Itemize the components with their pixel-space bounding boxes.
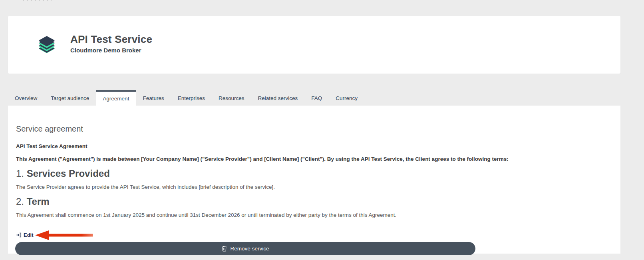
tab-resources[interactable]: Resources xyxy=(212,90,251,106)
edit-row: Edit xyxy=(16,232,612,238)
tab-features[interactable]: Features xyxy=(136,90,171,106)
edit-link-label: Edit xyxy=(24,232,34,238)
section-2-heading: 2. Term xyxy=(16,196,612,208)
agreement-content-card: Service agreement API Test Service Agree… xyxy=(8,106,620,254)
tab-related-services[interactable]: Related services xyxy=(251,90,304,106)
section-2-number: 2. xyxy=(16,196,24,207)
page-title: API Test Service xyxy=(70,33,152,46)
tab-enterprises[interactable]: Enterprises xyxy=(171,90,212,106)
tab-bar: Overview Target audience Agreement Featu… xyxy=(8,90,364,106)
section-2-name: Term xyxy=(27,196,50,207)
section-1-heading: 1. Services Provided xyxy=(16,168,612,180)
section-title: Service agreement xyxy=(16,124,612,134)
tab-currency[interactable]: Currency xyxy=(329,90,364,106)
section-1-number: 1. xyxy=(16,168,24,179)
remove-service-button[interactable]: Remove service xyxy=(15,242,475,255)
red-arrow-annotation xyxy=(35,230,93,240)
layers-stack-icon xyxy=(37,35,56,54)
broker-subtitle: Cloudmore Demo Broker xyxy=(70,46,152,54)
agreement-title: API Test Service Agreement xyxy=(16,143,612,150)
agreement-intro: This Agreement ("Agreement") is made bet… xyxy=(16,156,612,162)
section-1-body: The Service Provider agrees to provide t… xyxy=(16,184,612,190)
edit-agreement-link[interactable]: Edit xyxy=(16,232,34,238)
section-1-name: Services Provided xyxy=(27,168,110,179)
tab-agreement[interactable]: Agreement xyxy=(96,90,136,106)
tab-overview[interactable]: Overview xyxy=(8,90,44,106)
section-2-body: This Agreement shall commence on 1st Jan… xyxy=(16,212,612,218)
service-header-card: API Test Service Cloudmore Demo Broker xyxy=(8,16,620,74)
remove-service-label: Remove service xyxy=(231,246,269,252)
tab-faq[interactable]: FAQ xyxy=(304,90,329,106)
tab-target-audience[interactable]: Target audience xyxy=(44,90,96,106)
trash-icon xyxy=(222,246,227,252)
clipped-text-fragment xyxy=(23,0,52,1)
sign-in-icon xyxy=(16,232,22,238)
